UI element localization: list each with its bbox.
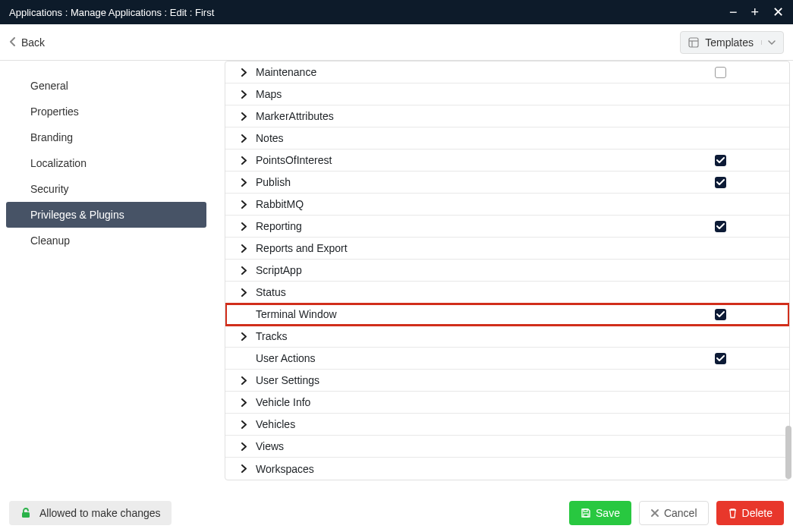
chevron-right-icon[interactable]: [234, 442, 253, 451]
titlebar-controls: − + ✕: [729, 5, 784, 19]
subheader: Back Templates: [0, 24, 793, 61]
chevron-right-icon[interactable]: [234, 178, 253, 187]
svg-rect-0: [689, 38, 698, 47]
cancel-label: Cancel: [664, 507, 697, 519]
chevron-right-icon[interactable]: [234, 90, 253, 99]
privilege-row[interactable]: RabbitMQ: [225, 194, 789, 216]
svg-rect-4: [584, 509, 587, 512]
privilege-row[interactable]: Maintenance: [225, 61, 789, 83]
back-label: Back: [21, 36, 45, 49]
privilege-row[interactable]: Vehicles: [225, 414, 789, 436]
privilege-label: Vehicles: [253, 418, 715, 430]
titlebar: Applications : Manage Applications : Edi…: [0, 0, 793, 24]
scrollbar-thumb[interactable]: [785, 426, 791, 479]
checkbox-unchecked[interactable]: [715, 67, 726, 78]
sidebar-item-label: Security: [30, 183, 69, 195]
sidebar-item-localization[interactable]: Localization: [6, 150, 206, 176]
privilege-row[interactable]: Publish: [225, 172, 789, 194]
privilege-label: Vehicle Info: [253, 396, 715, 408]
checkbox-cell: [715, 67, 783, 78]
save-label: Save: [596, 507, 620, 519]
privilege-row[interactable]: Vehicle Info: [225, 392, 789, 414]
allowed-chip[interactable]: Allowed to make changes: [9, 501, 172, 525]
checkbox-checked[interactable]: [715, 155, 726, 166]
chevron-right-icon[interactable]: [234, 376, 253, 385]
privilege-label: MarkerAttributes: [253, 110, 715, 122]
templates-button[interactable]: Templates: [680, 31, 784, 54]
privilege-label: Notes: [253, 132, 715, 144]
privilege-row[interactable]: Status: [225, 282, 789, 304]
checkbox-checked[interactable]: [715, 309, 726, 320]
save-button[interactable]: Save: [569, 501, 631, 525]
chevron-right-icon[interactable]: [234, 134, 253, 143]
trash-icon: [728, 508, 738, 518]
save-icon: [581, 508, 591, 518]
privilege-row[interactable]: User Settings: [225, 370, 789, 392]
privilege-label: Maintenance: [253, 66, 715, 78]
sidebar-item-cleanup[interactable]: Cleanup: [6, 228, 206, 253]
privilege-row[interactable]: Maps: [225, 83, 789, 105]
sidebar-item-general[interactable]: General: [6, 73, 206, 99]
sidebar-item-security[interactable]: Security: [6, 176, 206, 202]
privilege-label: Reporting: [253, 220, 715, 232]
sidebar-item-properties[interactable]: Properties: [6, 99, 206, 124]
sidebar-item-privileges-plugins[interactable]: Privileges & Plugins: [6, 202, 206, 228]
chevron-right-icon[interactable]: [234, 112, 253, 121]
sidebar-item-branding[interactable]: Branding: [6, 124, 206, 150]
svg-rect-3: [22, 512, 30, 518]
checkbox-checked[interactable]: [715, 221, 726, 232]
sidebar-item-label: Properties: [30, 105, 79, 118]
privilege-row[interactable]: Notes: [225, 127, 789, 150]
checkbox-cell: [715, 309, 783, 320]
close-icon[interactable]: ✕: [773, 5, 784, 19]
privilege-row[interactable]: ScriptApp: [225, 260, 789, 282]
sidebar-item-label: Cleanup: [30, 235, 70, 247]
chevron-right-icon[interactable]: [234, 68, 253, 77]
chevron-right-icon[interactable]: [234, 398, 253, 407]
cancel-button[interactable]: Cancel: [639, 501, 709, 525]
privilege-row[interactable]: Tracks: [225, 326, 789, 348]
checkbox-checked[interactable]: [715, 353, 726, 364]
chevron-right-icon[interactable]: [234, 156, 253, 165]
privilege-label: Views: [253, 440, 715, 452]
privilege-row[interactable]: Workspaces: [225, 458, 789, 480]
chevron-right-icon[interactable]: [234, 420, 253, 429]
privilege-row[interactable]: Reports and Export: [225, 238, 789, 260]
chevron-right-icon[interactable]: [234, 288, 253, 297]
sidebar-item-label: Branding: [30, 131, 73, 143]
sidebar-item-label: General: [30, 80, 68, 92]
checkbox-cell: [715, 221, 783, 232]
chevron-right-icon[interactable]: [234, 332, 253, 341]
scrollbar-track[interactable]: [785, 61, 791, 494]
sidebar: GeneralPropertiesBrandingLocalizationSec…: [0, 61, 212, 494]
privilege-row[interactable]: Terminal Window: [225, 304, 789, 326]
privilege-label: User Actions: [253, 352, 715, 364]
privilege-label: Maps: [253, 88, 715, 100]
privilege-label: Workspaces: [253, 463, 715, 475]
privilege-row[interactable]: Reporting: [225, 216, 789, 238]
privilege-row[interactable]: MarkerAttributes: [225, 105, 789, 127]
privilege-label: Terminal Window: [253, 308, 715, 320]
privilege-row[interactable]: User Actions: [225, 348, 789, 370]
back-button[interactable]: Back: [9, 36, 45, 49]
privilege-label: Publish: [253, 176, 715, 188]
chevron-right-icon[interactable]: [234, 464, 253, 473]
checkbox-checked[interactable]: [715, 177, 726, 188]
checkbox-cell: [715, 353, 783, 364]
sidebar-item-label: Privileges & Plugins: [30, 209, 124, 221]
chevron-right-icon[interactable]: [234, 266, 253, 275]
main-panel: MaintenanceMapsMarkerAttributesNotesPoin…: [212, 61, 793, 494]
minimize-icon[interactable]: −: [729, 5, 738, 19]
footer: Allowed to make changes Save Cancel Dele…: [0, 494, 793, 532]
privilege-row[interactable]: PointsOfInterest: [225, 150, 789, 172]
checkbox-cell: [715, 177, 783, 188]
chevron-right-icon[interactable]: [234, 222, 253, 231]
allowed-label: Allowed to make changes: [39, 507, 161, 519]
privilege-row[interactable]: Views: [225, 436, 789, 458]
add-icon[interactable]: +: [751, 5, 759, 19]
chevron-left-icon: [9, 37, 17, 46]
privilege-label: ScriptApp: [253, 264, 715, 276]
delete-button[interactable]: Delete: [716, 501, 784, 525]
chevron-right-icon[interactable]: [234, 200, 253, 209]
chevron-right-icon[interactable]: [234, 244, 253, 253]
